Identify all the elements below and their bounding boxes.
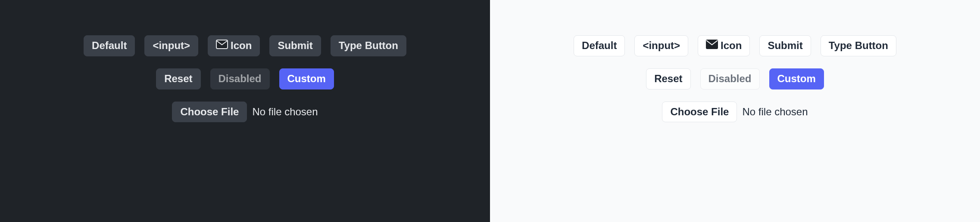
reset-button[interactable]: Reset <box>646 68 690 89</box>
light-theme-panel: Default <input> Icon Submit Type Button … <box>490 0 980 222</box>
icon-button-label: Icon <box>231 40 252 52</box>
dark-theme-panel: Default <input> Icon Submit Type Button … <box>0 0 490 222</box>
icon-button[interactable]: Icon <box>208 35 260 56</box>
disabled-button: Disabled <box>700 68 760 89</box>
icon-button-label: Icon <box>721 40 742 52</box>
choose-file-button[interactable]: Choose File <box>662 102 737 123</box>
icon-button[interactable]: Icon <box>698 35 750 56</box>
submit-button[interactable]: Submit <box>269 35 321 56</box>
file-status-label: No file chosen <box>252 106 318 118</box>
custom-button[interactable]: Custom <box>769 68 824 89</box>
default-button[interactable]: Default <box>84 35 135 56</box>
file-status-label: No file chosen <box>742 106 808 118</box>
file-input-row: Choose File No file chosen <box>662 102 808 123</box>
mail-icon <box>706 40 718 52</box>
button-row-2: Reset Disabled Custom <box>646 68 824 89</box>
button-row-1: Default <input> Icon Submit Type Button <box>574 35 896 56</box>
type-button[interactable]: Type Button <box>331 35 406 56</box>
submit-button[interactable]: Submit <box>759 35 811 56</box>
custom-button[interactable]: Custom <box>279 68 334 89</box>
button-row-1: Default <input> Icon Submit Type Button <box>84 35 406 56</box>
file-input-row: Choose File No file chosen <box>172 102 318 123</box>
choose-file-button[interactable]: Choose File <box>172 102 247 123</box>
default-button[interactable]: Default <box>574 35 625 56</box>
disabled-button: Disabled <box>210 68 270 89</box>
button-row-2: Reset Disabled Custom <box>156 68 334 89</box>
reset-button[interactable]: Reset <box>156 68 200 89</box>
mail-icon <box>216 40 228 52</box>
type-button[interactable]: Type Button <box>821 35 896 56</box>
input-button[interactable]: <input> <box>144 35 198 56</box>
input-button[interactable]: <input> <box>634 35 688 56</box>
